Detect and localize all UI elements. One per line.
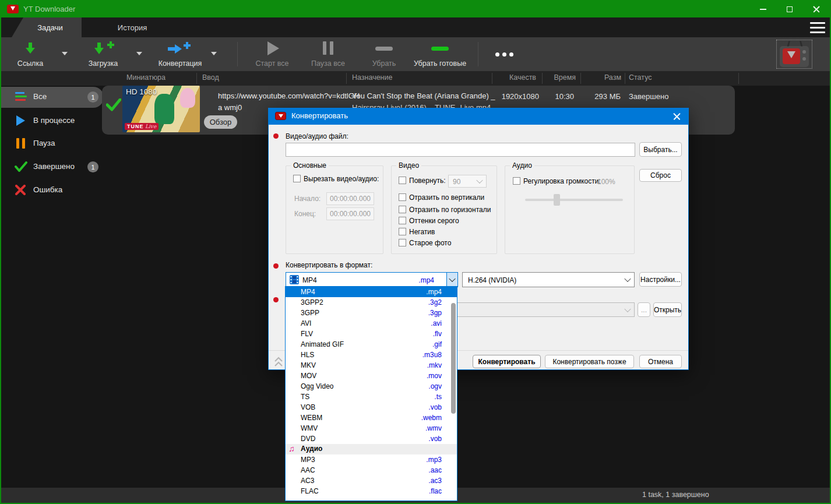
start-time-field[interactable]: 00:00:00.000 — [326, 192, 374, 205]
format-label: Конвертировать в формат: — [286, 261, 372, 269]
rotate-label: Повернуть: — [409, 177, 446, 185]
list-icon — [15, 92, 28, 102]
browse-button[interactable]: ... — [638, 302, 650, 317]
remove-dash-icon — [375, 47, 393, 51]
dropdown-item-mov[interactable]: MOV.mov — [286, 371, 457, 381]
dropdown-item-hls[interactable]: HLS.m3u8 — [286, 350, 457, 360]
sidebar-item-error[interactable]: Ошибка — [1, 180, 109, 201]
tab-history[interactable]: История — [89, 17, 176, 37]
close-button[interactable] — [803, 1, 830, 17]
flip-horizontal-checkbox[interactable] — [399, 206, 406, 213]
open-button[interactable]: Открыть — [653, 302, 682, 317]
link-button[interactable]: Ссылка — [7, 37, 54, 71]
remove-done-button[interactable]: Убрать готовые — [411, 37, 469, 71]
rotate-checkbox[interactable] — [399, 177, 406, 184]
negative-checkbox[interactable] — [399, 228, 406, 235]
dropdown-scrollbar[interactable] — [451, 303, 456, 414]
dropdown-item-flac[interactable]: FLAC.flac — [286, 486, 457, 496]
link-dropdown-chevron[interactable] — [62, 52, 68, 55]
codec-combobox[interactable]: H.264 (NVIDIA) — [462, 272, 635, 287]
start-all-button[interactable]: Старт все — [249, 37, 295, 71]
tv-logo-icon — [780, 46, 809, 67]
grayscale-checkbox[interactable] — [399, 217, 406, 224]
choose-file-button[interactable]: Выбрать... — [639, 142, 682, 157]
rotate-select[interactable]: 90 — [448, 175, 487, 188]
file-input[interactable] — [286, 143, 635, 157]
dropdown-item-gif[interactable]: Animated GIF.gif — [286, 339, 457, 350]
cut-checkbox[interactable] — [293, 175, 301, 182]
download-arrow-icon — [23, 41, 37, 55]
settings-button[interactable]: Настройки... — [639, 272, 682, 287]
file-label: Видео/аудио файл: — [286, 132, 348, 140]
dropdown-item-3gpp2[interactable]: 3GPP2.3g2 — [286, 297, 457, 308]
dropdown-item-flv[interactable]: FLV.flv — [286, 329, 457, 339]
tab-tasks[interactable]: Задачи — [12, 17, 82, 37]
dropdown-item-ac3[interactable]: AC3.ac3 — [286, 475, 457, 486]
dialog-titlebar[interactable]: Конвертировать — [268, 108, 689, 125]
convert-later-button[interactable]: Конвертировать позже — [545, 355, 634, 368]
sidebar-item-completed[interactable]: Завершено 1 — [1, 157, 109, 178]
cancel-button[interactable]: Отмена — [639, 355, 682, 368]
dropdown-item-avi[interactable]: AVI.avi — [286, 318, 457, 329]
completed-count-badge: 1 — [87, 161, 98, 172]
hamburger-menu-button[interactable] — [810, 22, 825, 33]
reset-button[interactable]: Сброс — [639, 169, 682, 182]
more-button[interactable] — [490, 37, 520, 71]
dropdown-item-webm[interactable]: WEBM.webm — [286, 413, 457, 423]
inprogress-play-icon — [16, 115, 25, 126]
header-time[interactable]: Время — [547, 73, 576, 82]
dropdown-item-mkv[interactable]: MKV.mkv — [286, 360, 457, 371]
dropdown-item-ogv[interactable]: Ogg Video.ogv — [286, 381, 457, 392]
dropdown-item-mp4[interactable]: MP4.mp4 — [286, 287, 457, 297]
sidebar-item-paused[interactable]: Пауза — [1, 133, 109, 154]
convert-button-toolbar[interactable]: Конвертация — [154, 37, 206, 71]
format-dropdown-list: MP4.mp4 3GPP2.3g2 3GPP.3gp AVI.avi FLV.f… — [285, 286, 457, 501]
dropdown-item-mp3[interactable]: MP3.mp3 — [286, 454, 457, 465]
header-input[interactable]: Ввод — [202, 73, 219, 82]
dialog-close-button[interactable] — [664, 108, 689, 125]
video-thumbnail[interactable]: HD 1080 TUNE Live — [122, 86, 200, 132]
film-icon — [290, 275, 299, 284]
volume-slider-track[interactable] — [525, 199, 623, 201]
window-title: YT Downloader — [23, 5, 75, 13]
format-combobox[interactable]: MP4 .mp4 — [286, 272, 458, 287]
download-plus-icon — [93, 41, 115, 57]
maximize-button[interactable] — [776, 1, 803, 17]
app-logo-button[interactable] — [776, 40, 812, 69]
volume-slider-thumb[interactable] — [554, 194, 560, 206]
flip-vertical-checkbox[interactable] — [399, 193, 406, 201]
required-dot-format — [273, 263, 279, 269]
dropdown-item-dvd[interactable]: DVD.vob — [286, 433, 457, 444]
required-dot-file — [273, 133, 279, 139]
header-destination[interactable]: Назначение — [352, 73, 392, 82]
old-photo-checkbox[interactable] — [399, 239, 406, 246]
flip-horizontal-label: Отразить по горизонтали — [409, 206, 491, 214]
volume-checkbox[interactable] — [513, 177, 520, 185]
format-combo-open-button[interactable] — [446, 273, 457, 287]
dropdown-item-vob[interactable]: VOB.vob — [286, 402, 457, 413]
dropdown-item-wmv[interactable]: WMV.wmv — [286, 423, 457, 433]
sidebar-item-all[interactable]: Все 1 — [1, 87, 104, 108]
pause-all-button[interactable]: Пауза все — [305, 37, 351, 71]
convert-button[interactable]: Конвертировать — [473, 355, 541, 368]
download-button[interactable]: Загрузка — [80, 37, 126, 71]
overview-button[interactable]: Обзор — [204, 115, 237, 129]
sidebar-item-inprogress[interactable]: В процессе — [1, 111, 109, 132]
collapse-button[interactable] — [273, 355, 286, 368]
remove-button[interactable]: Убрать — [361, 37, 407, 71]
convert-dropdown-chevron[interactable] — [211, 52, 217, 55]
app-icon — [7, 5, 19, 13]
grayscale-label: Оттенки серого — [409, 217, 459, 225]
dropdown-item-ts[interactable]: TS.ts — [286, 392, 457, 402]
negative-label: Негатив — [409, 228, 435, 236]
header-size[interactable]: Разм — [589, 73, 621, 82]
header-quality[interactable]: Качеств — [497, 73, 536, 82]
end-time-field[interactable]: 00:00:00.000 — [326, 207, 374, 220]
download-dropdown-chevron[interactable] — [136, 52, 142, 55]
dropdown-item-3gpp[interactable]: 3GPP.3gp — [286, 308, 457, 318]
header-status[interactable]: Статус — [629, 73, 652, 82]
rotate-select-chevron — [476, 177, 483, 184]
minimize-button[interactable] — [749, 1, 776, 17]
header-thumbnail[interactable]: Миниатюра — [126, 73, 166, 82]
dropdown-item-aac[interactable]: AAC.aac — [286, 465, 457, 475]
